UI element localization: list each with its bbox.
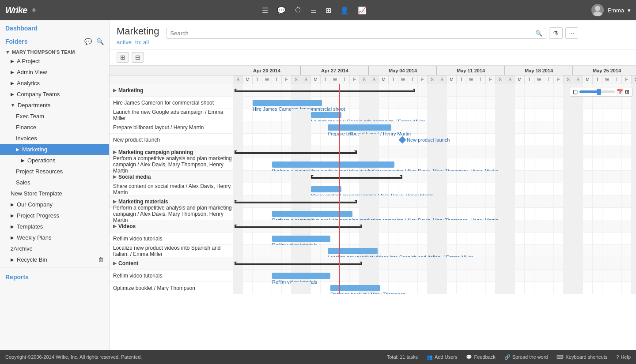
task-bar[interactable]: Optimize booklet / Mary Thompson [330,285,380,291]
sidebar-item-a-project[interactable]: ▶ A Project [0,56,109,67]
arrow-icon: ▶ [21,158,25,163]
top-navigation: Wrike + ☰ 💬 ⏱ ⚌ ⊞ 👤 📈 Emma ▾ [0,0,636,20]
filter-button[interactable]: ⚗ [549,27,563,39]
chart-row: Refilm video tutorials [233,270,636,282]
gantt-expand-button[interactable]: ⊞ [117,52,129,63]
dashboard-link[interactable]: Dashboard [0,20,109,34]
avatar [591,4,604,16]
task-label-row[interactable]: ▶Content [110,257,233,270]
sidebar-item-invoices[interactable]: Invoices [0,133,109,144]
sidebar-item-project-progress[interactable]: ▶ Project Progress [0,210,109,221]
filter-menu-icon[interactable]: ⚌ [310,6,317,15]
task-label-row[interactable]: Perform a competitive analysis and plan … [110,158,233,171]
task-bar[interactable]: Perform a competitive analysis and plan … [272,161,394,168]
add-users-button[interactable]: 👥 Add Users [427,354,457,360]
sidebar-item-departments[interactable]: ▼ Departments [0,100,109,111]
meta-active[interactable]: active [117,39,132,45]
task-label-row[interactable]: Hire James Cameron for commercial shoot [110,97,233,109]
task-bar[interactable]: Prepare billboard layout / Henry Martin [328,124,392,131]
task-bar[interactable]: Share content on social media / Alex Dav… [311,186,341,192]
search-input[interactable] [170,30,535,37]
task-label-row[interactable]: Optimize booklet / Mary Thompson [110,282,233,294]
sidebar-item-new-store-template[interactable]: New Store Template [0,188,109,199]
chat-folder-icon[interactable]: 💬 [84,38,92,45]
arrow-icon: ▶ [11,257,14,262]
task-bar[interactable]: Refilm video tutorials [272,273,330,279]
day-bg-cell [486,183,496,195]
task-label-row[interactable]: Refilm video tutorials [110,233,233,245]
day-bg-cell [253,158,262,171]
day-bg-cell [253,121,262,134]
day-bg-cell [408,195,418,208]
day-bg-cell [476,183,486,195]
task-bar[interactable]: Perform a competitive analysis and plan … [272,211,352,217]
day-bg-cell [466,233,476,245]
folders-label[interactable]: Folders [5,38,28,45]
more-button[interactable]: ··· [565,27,579,39]
sidebar-item-marketing[interactable]: ▶ Marketing [0,144,109,155]
task-label-row[interactable]: Share content on social media / Alex Dav… [110,183,233,195]
day-bg-cell [602,195,612,208]
task-label-row[interactable]: Prepare billboard layout / Henry Martin [110,121,233,134]
day-bg-cell [515,282,525,294]
task-label-row[interactable]: New product launch [110,134,233,146]
sidebar-item-admin-view[interactable]: ▶ Admin View [0,67,109,78]
day-bg-cell [486,195,496,208]
task-label-row[interactable]: ▶Marketing [110,84,233,97]
sidebar-item-templates[interactable]: ▶ Templates [0,221,109,232]
day-bg-cell [233,270,243,282]
user-dropdown-icon[interactable]: ▾ [628,7,631,14]
keyboard-shortcuts-button[interactable]: ⌨ Keyboard shortcuts [556,354,607,360]
person-icon[interactable]: 👤 [340,6,349,15]
grid-icon[interactable]: ⊞ [625,89,629,95]
task-label-row[interactable]: Refilm video tutorials [110,270,233,282]
help-button[interactable]: ? Help [616,354,631,360]
feedback-button[interactable]: 💬 Feedback [466,354,495,360]
sidebar-item-our-company[interactable]: ▶ Our Company [0,199,109,210]
timer-icon[interactable]: ⏱ [295,6,302,14]
day-bg-cell [573,245,583,257]
task-bar[interactable]: Hire James Cameron for commercial shoot [253,100,322,106]
sidebar-item-operations[interactable]: ▶ Operations [0,155,109,166]
task-bar[interactable]: Localize new product videos into Spanish… [328,248,378,254]
sidebar-item-project-resources[interactable]: Project Resources [0,166,109,177]
list-icon[interactable]: ☰ [262,6,268,15]
day-bg-cell [408,220,418,233]
sidebar-item-analytics[interactable]: ▶ Analytics [0,78,109,89]
gantt-area[interactable]: Apr 20 2014 Apr 27 2014 May 04 2014 May … [110,66,636,350]
task-label-row[interactable]: Launch the new Google ads campaign / Emm… [110,109,233,121]
day-bg-cell [602,220,612,233]
sidebar-item-finance[interactable]: Finance [0,122,109,133]
task-label-row[interactable]: Localize new product videos into Spanish… [110,245,233,257]
day-bg-cell [583,97,593,109]
task-bar[interactable]: Refilm video tutorials [272,236,330,242]
sidebar-item-company-teams[interactable]: ▶ Company Teams [0,89,109,100]
day-bg-cell [301,109,311,121]
sidebar-item-recycle-bin[interactable]: ▶ Recycle Bin 🗑 [0,254,109,265]
analytics-icon[interactable]: 📈 [358,6,367,15]
task-bar[interactable]: Launch the new Google ads campaign / Emm… [311,112,341,118]
sidebar-item-weekly-plans[interactable]: ▶ Weekly Plans [0,232,109,243]
table-view-icon[interactable]: ⊞ [326,6,331,15]
sidebar-item-exec-team[interactable]: Exec Team [0,111,109,122]
gantt-collapse-button[interactable]: ⊟ [132,52,144,63]
add-button[interactable]: + [31,5,37,15]
week-label-may11: May 11 2014 [437,66,505,75]
calendar-icon[interactable]: 📅 [617,89,623,95]
chat-icon[interactable]: 💬 [277,6,286,15]
spread-button[interactable]: 🔗 Spread the word [504,354,548,360]
sidebar-item-sales[interactable]: Sales [0,177,109,188]
day-bg-cell [622,220,632,233]
reports-link[interactable]: Reports [0,269,109,282]
search-icon[interactable]: 🔍 [96,38,104,45]
day-bg-cell [612,183,622,195]
day-bg-cell [282,171,292,183]
day-bg-cell [612,257,622,270]
day-bg-cell [632,171,636,183]
zoom-out-icon[interactable]: ▢ [573,89,578,95]
username[interactable]: Emma [607,7,624,14]
task-label-row[interactable]: Perform a competitive analysis and plan … [110,208,233,220]
day-bg-cell [534,195,544,208]
meta-to[interactable]: to: all [135,39,149,45]
sidebar-item-zarchive[interactable]: zArchive [0,243,109,254]
